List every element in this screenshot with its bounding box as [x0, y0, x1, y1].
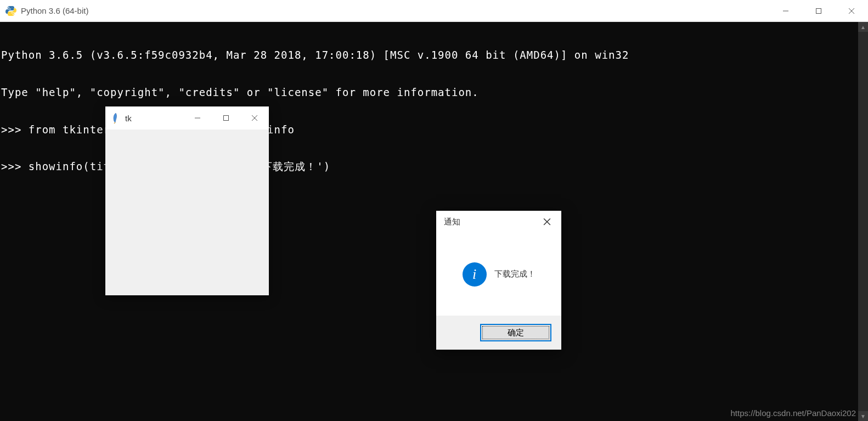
tk-minimize-button[interactable] [183, 106, 212, 130]
ok-button[interactable]: 确定 [480, 324, 551, 341]
scrollbar[interactable]: ▲ ▼ [858, 22, 868, 421]
minimize-button[interactable] [769, 0, 802, 21]
main-titlebar[interactable]: Python 3.6 (64-bit) [0, 0, 868, 22]
svg-point-0 [8, 7, 9, 8]
tk-root-window[interactable]: tk [105, 106, 269, 295]
console-line: Python 3.6.5 (v3.6.5:f59c0932b4, Mar 28 … [1, 49, 867, 62]
info-icon: i [463, 262, 487, 287]
svg-point-1 [13, 14, 14, 15]
close-button[interactable] [835, 0, 868, 21]
maximize-button[interactable] [802, 0, 835, 21]
python-icon [5, 5, 16, 16]
msgbox-close-button[interactable] [540, 215, 554, 228]
tk-maximize-button[interactable] [212, 106, 240, 130]
msgbox-titlebar[interactable]: 通知 [436, 211, 561, 233]
main-title: Python 3.6 (64-bit) [21, 6, 769, 15]
console-line: Type "help", "copyright", "credits" or "… [1, 86, 867, 99]
tk-window-controls [183, 106, 269, 130]
svg-rect-3 [816, 8, 821, 13]
scroll-up-arrow[interactable]: ▲ [858, 22, 868, 32]
tk-title: tk [125, 114, 183, 123]
scroll-down-arrow[interactable]: ▼ [858, 411, 868, 421]
messagebox-dialog[interactable]: 通知 i 下载完成！ 确定 [436, 211, 561, 350]
tk-body [105, 130, 269, 295]
watermark: https://blog.csdn.net/PanDaoxi202 [731, 408, 856, 418]
msgbox-body: i 下载完成！ [436, 233, 561, 316]
main-window-controls [769, 0, 868, 21]
svg-rect-7 [224, 116, 229, 121]
feather-icon [111, 113, 121, 124]
msgbox-title: 通知 [444, 217, 540, 227]
msgbox-message: 下载完成！ [494, 269, 536, 279]
tk-titlebar[interactable]: tk [105, 106, 269, 130]
tk-close-button[interactable] [240, 106, 269, 130]
msgbox-footer: 确定 [436, 316, 561, 350]
